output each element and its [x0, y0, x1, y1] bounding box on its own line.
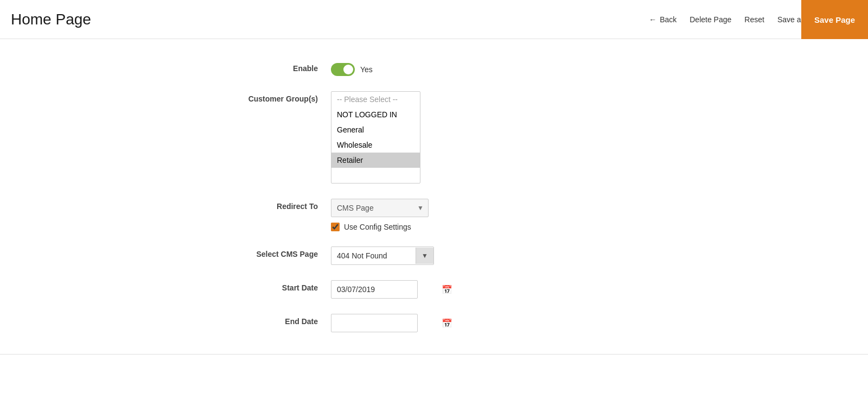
- redirect-wrapper: CMS Page Custom URL ▼ Use Config Setting…: [331, 199, 656, 231]
- page-title: Home Page: [11, 11, 649, 28]
- use-config-checkbox[interactable]: [331, 223, 340, 231]
- redirect-to-label: Redirect To: [212, 199, 331, 211]
- redirect-to-field: CMS Page Custom URL ▼ Use Config Setting…: [331, 199, 656, 231]
- main-content: Enable Yes Customer Group(s) -- Please S…: [0, 39, 868, 411]
- back-button[interactable]: ← Back: [649, 15, 676, 24]
- end-date-input[interactable]: [331, 314, 437, 332]
- select-cms-page-field: 404 Not Found Home Page About Us Contact…: [331, 246, 656, 265]
- customer-group-select[interactable]: -- Please Select -- NOT LOGGED IN Genera…: [331, 91, 420, 184]
- back-arrow-icon: ←: [649, 15, 656, 24]
- page-header: Home Page ← Back Delete Page Reset Save …: [0, 0, 868, 39]
- select-option-general[interactable]: General: [331, 122, 420, 137]
- customer-group-row: Customer Group(s) -- Please Select -- NO…: [212, 91, 656, 184]
- redirect-select-arrow-icon: ▼: [413, 204, 428, 212]
- enable-field: Yes: [331, 61, 656, 76]
- select-option-wholesale[interactable]: Wholesale: [331, 137, 420, 153]
- select-cms-page-row: Select CMS Page 404 Not Found Home Page …: [212, 246, 656, 265]
- end-date-wrapper: 📅: [331, 314, 418, 332]
- cms-select-wrapper: 404 Not Found Home Page About Us Contact…: [331, 246, 434, 265]
- use-config-label: Use Config Settings: [344, 223, 411, 231]
- end-date-calendar-icon[interactable]: 📅: [437, 315, 457, 332]
- redirect-select-wrapper: CMS Page Custom URL ▼: [331, 199, 429, 217]
- toggle-wrapper: Yes: [331, 61, 656, 76]
- end-date-row: End Date 📅: [212, 314, 656, 332]
- start-date-field: 📅: [331, 280, 656, 299]
- cms-select-arrow-icon: ▼: [416, 248, 433, 264]
- customer-group-field: -- Please Select -- NOT LOGGED IN Genera…: [331, 91, 656, 184]
- delete-page-button[interactable]: Delete Page: [690, 15, 731, 24]
- use-config-row: Use Config Settings: [331, 223, 656, 231]
- cms-page-select[interactable]: 404 Not Found Home Page About Us Contact…: [331, 247, 416, 264]
- select-option-placeholder[interactable]: -- Please Select --: [331, 92, 420, 107]
- start-date-input[interactable]: [331, 281, 437, 298]
- save-page-button[interactable]: Save Page: [801, 0, 868, 39]
- redirect-to-row: Redirect To CMS Page Custom URL ▼ Use Co…: [212, 199, 656, 231]
- enable-row: Enable Yes: [212, 61, 656, 76]
- enable-yes-label: Yes: [360, 65, 373, 74]
- start-date-row: Start Date 📅: [212, 280, 656, 299]
- form-section: Enable Yes Customer Group(s) -- Please S…: [190, 61, 678, 332]
- enable-toggle[interactable]: [331, 63, 355, 76]
- end-date-label: End Date: [212, 314, 331, 326]
- end-date-field: 📅: [331, 314, 656, 332]
- start-date-calendar-icon[interactable]: 📅: [437, 281, 457, 298]
- select-option-not-logged-in[interactable]: NOT LOGGED IN: [331, 107, 420, 122]
- back-label: Back: [660, 15, 676, 24]
- bottom-divider: [0, 354, 868, 355]
- reset-button[interactable]: Reset: [744, 15, 764, 24]
- enable-label: Enable: [212, 61, 331, 73]
- toggle-slider: [331, 63, 355, 76]
- redirect-to-select[interactable]: CMS Page Custom URL: [331, 199, 413, 217]
- select-option-retailer[interactable]: Retailer: [331, 153, 420, 168]
- select-cms-page-label: Select CMS Page: [212, 246, 331, 258]
- start-date-label: Start Date: [212, 280, 331, 292]
- customer-group-label: Customer Group(s): [212, 91, 331, 103]
- select-option-empty[interactable]: [331, 168, 420, 177]
- start-date-wrapper: 📅: [331, 280, 418, 299]
